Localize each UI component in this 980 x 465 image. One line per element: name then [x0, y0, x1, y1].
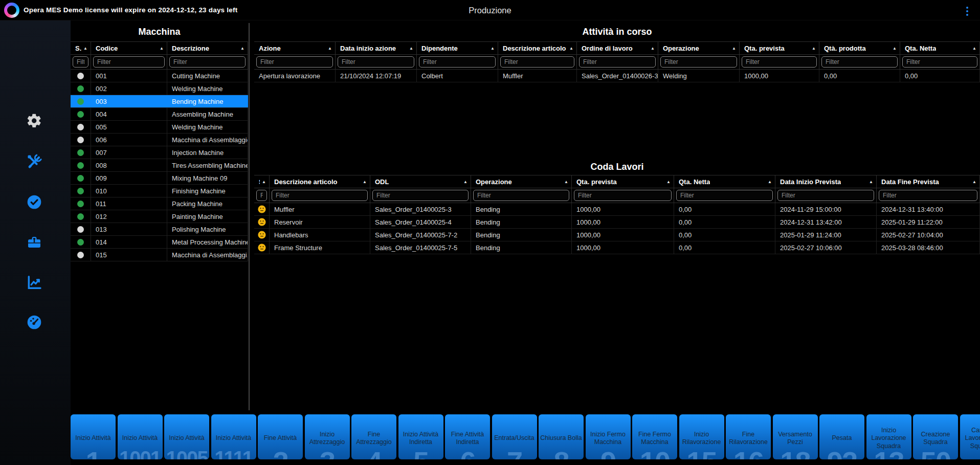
machine-row[interactable]: 004Assembling Machine [71, 108, 248, 121]
action-button-versamento-pezzi-18[interactable]: 18Versamento Pezzi [773, 414, 818, 459]
sidebar-item-tasks[interactable] [26, 194, 42, 210]
filter-input-odl[interactable] [372, 190, 469, 201]
filter-input-s[interactable] [73, 56, 88, 68]
column-header-odl[interactable]: ODL▲ [370, 175, 471, 188]
column-header-s[interactable]: S...▲ [71, 42, 91, 54]
action-button-creazione-squadra-50[interactable]: 50Creazione Squadra [913, 414, 958, 459]
sidebar-item-jobs[interactable] [26, 234, 42, 251]
action-button-fine-attrezzaggio-4[interactable]: 4Fine Attrezzaggio [351, 414, 396, 459]
cell: Muffler [498, 70, 577, 82]
machine-row[interactable]: 014Metal Processing Machine [71, 236, 248, 249]
filter-input-descrizione-articolo[interactable] [500, 56, 574, 68]
column-header-data-fine-prevista[interactable]: Data Fine Prevista▲ [877, 175, 980, 188]
column-header-descrizione-articolo[interactable]: Descrizione articolo▲ [498, 42, 577, 54]
action-button-inizio-rilavorazione-15[interactable]: 15Inizio Rilavorazione [679, 414, 724, 459]
machine-row[interactable]: 010Finishing Machine [71, 185, 248, 197]
action-button-inizio-attivit-1005[interactable]: 1005Inizio Attività [164, 414, 209, 459]
column-header-dipendente[interactable]: Dipendente▲ [417, 42, 498, 54]
panel-splitter[interactable] [249, 23, 250, 410]
button-label: Creazione Squadra [913, 431, 958, 447]
cell: 012 [91, 210, 167, 223]
button-number: 16 [726, 458, 771, 460]
filter-input-codice[interactable] [93, 56, 165, 68]
action-button-fine-attivit-indiretta-6[interactable]: 6Fine Attività Indiretta [445, 414, 490, 459]
machine-row[interactable]: 005Welding Machine [71, 121, 248, 134]
action-button-inizio-attivit-1001[interactable]: 1001Inizio Attività [118, 414, 163, 459]
filter-input-qta-netta[interactable] [676, 190, 773, 201]
filter-input-qta-prevista[interactable] [574, 190, 672, 201]
page-title: Produzione [0, 6, 980, 15]
action-button-inizio-attivit-indiretta-5[interactable]: 5Inizio Attività Indiretta [398, 414, 443, 459]
machine-row[interactable]: 011Packing Machine [71, 197, 248, 210]
column-header-qta-prevista[interactable]: Qta. prevista▲ [572, 175, 674, 188]
column-header-codice[interactable]: Codice▲ [91, 42, 167, 54]
column-header-data-inizio-prevista[interactable]: Data Inizio Prevista▲ [775, 175, 877, 188]
filter-input-data-fine-prevista[interactable] [879, 190, 977, 201]
status-dot-icon [77, 239, 84, 246]
column-header-data-inizio-azione[interactable]: Data inizio azione▲ [336, 42, 417, 54]
cell: Finishing Machine [167, 185, 248, 197]
filter-input-qta-prevista[interactable] [742, 56, 817, 68]
filter-input-azione[interactable] [256, 56, 333, 68]
sidebar-item-maintenance[interactable] [26, 153, 42, 170]
queue-panel-title: Coda Lavori [254, 159, 980, 175]
action-button-fine-rilavorazione-16[interactable]: 16Fine Rilavorazione [726, 414, 771, 459]
table-header-row: S..▲Descrizione articolo▲ODL▲Operazione▲… [254, 175, 980, 188]
overflow-menu-button[interactable] [963, 5, 972, 16]
column-header-s[interactable]: S..▲ [254, 175, 270, 188]
filter-input-data-inizio-prevista[interactable] [777, 190, 874, 201]
action-button-entrata-uscita-7[interactable]: 7Entrata/Uscita [492, 414, 537, 459]
column-header-qta-netta[interactable]: Qta. Netta▲ [674, 175, 775, 188]
action-button-cambio-lavorazione-squadra[interactable]: Cambio Lavorazione Squadra [960, 414, 980, 459]
column-header-qta-prevista[interactable]: Qta. prevista▲ [740, 42, 819, 54]
activity-row[interactable]: Apertura lavorazione21/10/2024 12:07:19C… [254, 70, 980, 82]
filter-input-qta-netta[interactable] [902, 56, 977, 68]
column-header-azione[interactable]: Azione▲ [254, 42, 336, 54]
column-header-qta-netta[interactable]: Qta. Netta▲ [900, 42, 980, 54]
machine-row[interactable]: 015Macchina di Assemblaggi... [71, 249, 248, 261]
machine-row[interactable]: 012Painting Machine [71, 210, 248, 223]
queue-row[interactable]: ReservoirSales_Order_01400025-4Bending10… [254, 216, 980, 229]
sidebar-item-settings[interactable] [26, 113, 42, 129]
queue-row[interactable]: MufflerSales_Order_01400025-3Bending1000… [254, 203, 980, 216]
button-label: Pesata [819, 434, 864, 442]
machine-row[interactable]: 013Polishing Machine [71, 223, 248, 236]
sidebar-item-reports[interactable] [26, 274, 42, 291]
column-header-operazione[interactable]: Operazione▲ [471, 175, 572, 188]
filter-input-dipendente[interactable] [419, 56, 496, 68]
filter-input-descrizione[interactable] [169, 56, 246, 68]
sort-arrow-icon: ▲ [262, 180, 266, 184]
status-dot-icon [77, 137, 84, 143]
filter-input-descrizione-articolo[interactable] [272, 190, 368, 201]
machine-row[interactable]: 001Cutting Machine [71, 70, 248, 82]
action-button-inizio-lavorazione-squadra-13[interactable]: 13Inizio Lavorazione Squadra [866, 414, 911, 459]
machine-row[interactable]: 002Welding Machine [71, 82, 248, 95]
queue-row[interactable]: Frame StructureSales_Order_01400025-7-5B… [254, 241, 980, 254]
action-button-inizio-fermo-macchina-9[interactable]: 9Inizio Fermo Macchina [586, 414, 631, 459]
column-header-descrizione-articolo[interactable]: Descrizione articolo▲ [270, 175, 370, 188]
filter-input-operazione[interactable] [660, 56, 737, 68]
machine-row[interactable]: 009Mixing Machine 09 [71, 172, 248, 185]
column-header-ordine-di-lavoro[interactable]: Ordine di lavoro▲ [577, 42, 658, 54]
filter-input-ordine-di-lavoro[interactable] [579, 56, 656, 68]
filter-input-qt-prodotta[interactable] [821, 56, 898, 68]
action-button-pesata-92[interactable]: 92Pesata [819, 414, 864, 459]
column-header-descrizione[interactable]: Descrizione▲ [167, 42, 248, 54]
machine-row[interactable]: 006Macchina di Assemblaggio [71, 134, 248, 146]
action-button-inizio-attrezzaggio-3[interactable]: 3Inizio Attrezzaggio [305, 414, 350, 459]
sidebar-item-dashboard[interactable] [26, 314, 42, 330]
action-button-inizio-attivit-1[interactable]: 1Inizio Attività [71, 414, 116, 459]
machine-row[interactable]: 003Bending Machine [71, 95, 248, 108]
queue-row[interactable]: HandlebarsSales_Order_01400025-7-2Bendin… [254, 229, 980, 241]
action-button-chiusura-bolla-8[interactable]: 8Chiusura Bolla [539, 414, 584, 459]
filter-input-s[interactable] [256, 190, 267, 201]
column-header-operazione[interactable]: Operazione▲ [658, 42, 740, 54]
action-button-fine-fermo-macchina-10[interactable]: 10Fine Fermo Macchina [632, 414, 677, 459]
filter-input-operazione[interactable] [473, 190, 569, 201]
filter-input-data-inizio-azione[interactable] [338, 56, 414, 68]
machine-row[interactable]: 008Tires Assembling Machine [71, 159, 248, 172]
column-header-qt-prodotta[interactable]: Qtà. prodotta▲ [819, 42, 900, 54]
machine-row[interactable]: 007Injection Machine [71, 146, 248, 159]
action-button-inizio-attivit-1111[interactable]: 1111Inizio Attività [211, 414, 256, 459]
action-button-fine-attivit-2[interactable]: 2Fine Attività [258, 414, 303, 459]
